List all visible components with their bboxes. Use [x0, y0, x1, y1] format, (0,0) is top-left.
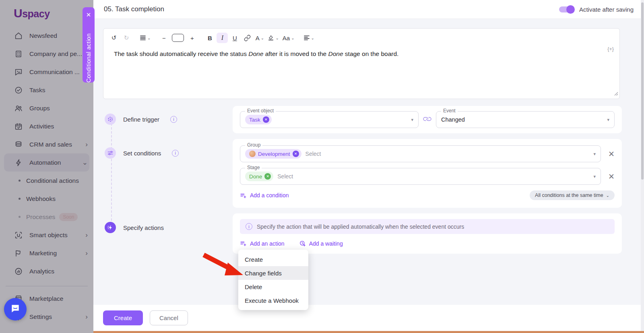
info-icon: i — [246, 223, 252, 230]
conditions-footer: Add a condition All conditions at the sa… — [240, 190, 615, 200]
conditions-step-icon — [105, 147, 116, 159]
conditions-card: Group Development ✕ Select ▾ ✕ Stage Don… — [233, 139, 622, 208]
highlight-color-button[interactable]: ⌄ — [266, 33, 280, 43]
step-specify-actions: Specify actions — [105, 222, 164, 233]
steps-connector-line — [111, 123, 112, 225]
editor-text-italic: Done — [328, 50, 343, 57]
step-set-conditions: Set conditions i — [105, 147, 179, 159]
chip-label: Done — [249, 174, 262, 180]
link-connector-icon — [423, 115, 431, 124]
chevron-down-icon: ⌄ — [606, 193, 609, 198]
add-condition-link[interactable]: Add a condition — [240, 192, 289, 199]
step-define-trigger: Define trigger i — [105, 114, 177, 125]
editor-text-italic: Done — [248, 50, 263, 57]
menu-item-change-fields[interactable]: Change fields — [238, 266, 308, 280]
dropdown-arrow-icon[interactable]: ▾ — [594, 174, 596, 179]
remove-condition-button[interactable]: ✕ — [608, 150, 615, 158]
line-spacing-button[interactable]: ⌄ — [138, 33, 152, 43]
font-size-decrease-button[interactable]: − — [158, 33, 169, 43]
italic-button[interactable]: I — [217, 33, 228, 43]
text-case-button[interactable]: Aa⌄ — [281, 33, 296, 43]
add-action-link[interactable]: Add an action — [240, 240, 285, 247]
toggle-knob — [566, 5, 575, 14]
undo-button[interactable]: ↺ — [108, 33, 120, 43]
editor-text-part: stage on the board. — [343, 50, 399, 57]
chat-fab-button[interactable] — [4, 298, 27, 321]
event-value: Changed — [441, 116, 465, 123]
bold-button[interactable]: B — [204, 33, 215, 43]
menu-item-delete[interactable]: Delete — [238, 280, 308, 294]
conditional-action-drawer-tab[interactable]: ✕ Conditional action — [83, 7, 95, 83]
field-label: Group — [245, 143, 262, 148]
chevron-down-icon: ⌄ — [291, 36, 294, 40]
editor-text-part: after it is moved to the — [263, 50, 328, 57]
actions-info-banner: i Specify the action that will be applie… — [240, 219, 615, 234]
menu-item-create[interactable]: Create — [238, 252, 308, 266]
editor-text-part: The task should automatically receive th… — [114, 50, 248, 57]
font-size-increase-button[interactable]: + — [186, 33, 198, 43]
field-label: Event object — [245, 108, 276, 114]
menu-item-execute-webhook[interactable]: Execute a Webhook — [238, 294, 308, 307]
page-title: 05. Task completion — [104, 5, 164, 13]
create-button[interactable]: Create — [103, 310, 143, 325]
link-button[interactable] — [242, 33, 253, 43]
event-object-select[interactable]: Event object Task ✕ ▾ — [240, 111, 419, 128]
chip-remove-icon[interactable]: ✕ — [293, 151, 299, 157]
field-label: Stage — [245, 165, 262, 170]
playlist-add-icon — [240, 192, 247, 199]
description-editor[interactable]: ↺ ↻ ⌄ − + B I U A⌄ ⌄ Aa⌄ ⌄ The task shou… — [103, 28, 620, 99]
dropdown-arrow-icon[interactable]: ▾ — [594, 151, 596, 157]
field-label: Event — [441, 108, 458, 114]
editor-resize-handle[interactable] — [614, 90, 618, 97]
development-chip[interactable]: Development ✕ — [245, 149, 301, 159]
step-label: Specify actions — [123, 224, 164, 231]
scrollbar-track[interactable] — [641, 0, 644, 331]
redo-button[interactable]: ↻ — [121, 33, 132, 43]
scrollbar-thumb[interactable] — [641, 2, 644, 180]
chevron-down-icon: ⌄ — [261, 36, 264, 40]
playlist-add-icon — [240, 240, 247, 247]
remove-condition-button[interactable]: ✕ — [608, 173, 615, 180]
bottom-page-strip — [0, 331, 644, 333]
condition-row-group: Group Development ✕ Select ▾ ✕ — [240, 145, 615, 162]
insert-variable-token[interactable]: {+} — [607, 46, 614, 52]
conditions-mode-select[interactable]: All conditions at the same time ⌄ — [530, 190, 615, 200]
underline-button[interactable]: U — [229, 33, 240, 43]
done-chip[interactable]: Done ✕ — [245, 172, 273, 181]
event-select[interactable]: Event Changed ▾ — [436, 111, 615, 128]
cancel-button[interactable]: Cancel — [150, 310, 188, 325]
group-select[interactable]: Group Development ✕ Select ▾ — [240, 145, 601, 162]
step-label: Define trigger — [123, 116, 159, 123]
editor-text[interactable]: The task should automatically receive th… — [103, 45, 619, 63]
align-button[interactable]: ⌄ — [302, 33, 316, 43]
stage-select[interactable]: Stage Done ✕ Select ▾ — [240, 168, 601, 185]
chip-remove-icon[interactable]: ✕ — [264, 173, 271, 180]
drawer-tab-label: Conditional action — [85, 18, 92, 83]
conditional-action-panel: 05. Task completion Activate after savin… — [93, 0, 644, 331]
font-size-box[interactable] — [171, 33, 185, 43]
chip-label: Task — [249, 117, 260, 123]
activate-toggle[interactable] — [559, 6, 574, 12]
trigger-card: Event object Task ✕ ▾ Event Changed ▾ — [233, 106, 622, 133]
conditions-mode-label: All conditions at the same time — [535, 192, 603, 198]
add-waiting-link[interactable]: Add a waiting — [299, 240, 343, 247]
dropdown-arrow-icon[interactable]: ▾ — [411, 117, 413, 122]
add-action-label: Add an action — [250, 240, 285, 247]
clock-plus-icon — [299, 240, 306, 247]
sidebar-dim-overlay — [0, 0, 93, 333]
editor-toolbar: ↺ ↻ ⌄ − + B I U A⌄ ⌄ Aa⌄ ⌄ — [103, 29, 619, 45]
chip-remove-icon[interactable]: ✕ — [263, 116, 269, 123]
info-icon[interactable]: i — [170, 116, 177, 123]
close-icon[interactable]: ✕ — [86, 12, 91, 18]
text-color-button[interactable]: A⌄ — [254, 33, 265, 43]
actions-step-icon — [105, 222, 116, 233]
info-icon[interactable]: i — [172, 150, 179, 157]
chip-label: Development — [258, 151, 290, 157]
actions-info-text: Specify the action that will be applied … — [257, 223, 464, 230]
dropdown-arrow-icon[interactable]: ▾ — [607, 117, 609, 122]
task-chip[interactable]: Task ✕ — [245, 115, 272, 124]
select-placeholder: Select — [305, 151, 321, 157]
activate-toggle-wrap: Activate after saving — [559, 6, 634, 13]
condition-row-stage: Stage Done ✕ Select ▾ ✕ — [240, 168, 615, 185]
chevron-down-icon: ⌄ — [147, 36, 151, 40]
